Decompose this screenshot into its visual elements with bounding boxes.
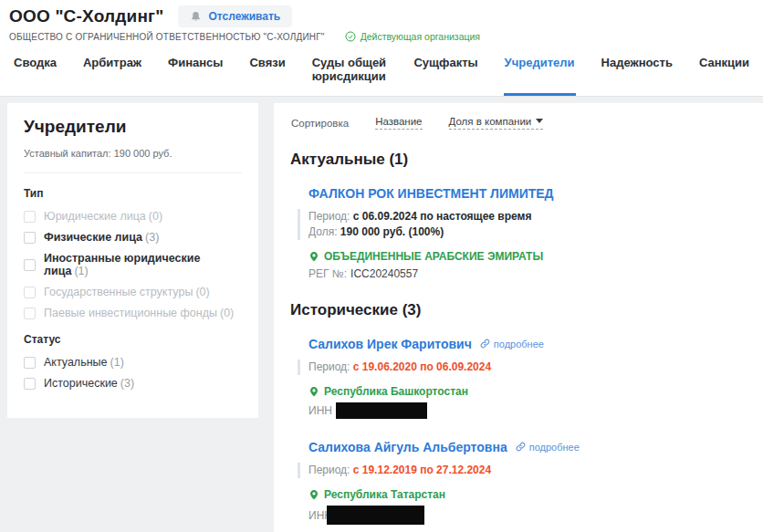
location-pin-icon <box>308 386 319 397</box>
filter-legal-entities[interactable]: Юридические лица(0) <box>24 210 242 223</box>
filter-label: Государственные структуры <box>44 286 193 298</box>
company-page: ООО "С-Холдинг" Отслеживать ОБЩЕСТВО С О… <box>0 0 763 532</box>
period-value: с 06.09.2024 по настоящее время <box>353 210 532 223</box>
founders-panel: Сортировка Название Доля в компании Акту… <box>274 103 763 532</box>
location-name: ОБЪЕДИНЕННЫЕ АРАБСКИЕ ЭМИРАТЫ <box>324 250 543 263</box>
chevron-down-icon <box>536 119 543 123</box>
period-value: с 19.06.2020 по 06.09.2024 <box>353 360 491 373</box>
filter-count: (0) <box>149 210 162 223</box>
founder-entry-historical-1: Салихов Ирек Фаритович подробнее Период:… <box>308 337 747 419</box>
filter-label: Паевые инвестиционные фонды <box>44 307 217 319</box>
share-label: Доля: <box>308 225 338 238</box>
org-status-label: Действующая организация <box>361 31 480 42</box>
founder-entry-actual: ФАЛКОН РОК ИНВЕСТМЕНТ ЛИМИТЕД Период: с … <box>308 186 747 280</box>
tab-svodka[interactable]: Сводка <box>13 54 57 96</box>
filter-label: Физические лица <box>44 231 142 244</box>
period-label: Период: <box>308 464 350 476</box>
checkbox[interactable] <box>24 211 36 223</box>
filter-actual[interactable]: Актуальные(1) <box>24 356 242 369</box>
more-link-label: подробнее <box>529 442 580 453</box>
checkbox[interactable] <box>24 232 36 244</box>
charter-capital: Уставный капитал: 190 000 руб. <box>24 148 242 173</box>
tab-sudy[interactable]: Суды общей юрисдикции <box>311 54 389 96</box>
tab-bar: Сводка Арбитраж Финансы Связи Суды общей… <box>9 54 750 96</box>
sidebar-title: Учредители <box>24 117 242 137</box>
historical-section-title: Исторические (3) <box>290 301 747 319</box>
more-link-label: подробнее <box>494 339 544 349</box>
filter-count: (1) <box>74 265 88 277</box>
period-label: Период: <box>308 360 350 373</box>
inn-line: ИНН <box>308 402 747 419</box>
tab-sushchfakty[interactable]: Сущфакты <box>413 54 478 96</box>
more-link[interactable]: подробнее <box>480 339 544 349</box>
location-line: Республика Башкортостан <box>308 385 747 398</box>
link-icon <box>516 442 526 452</box>
location-pin-icon <box>308 489 319 500</box>
founder-link[interactable]: Салихов Ирек Фаритович <box>308 337 472 351</box>
filter-count: (0) <box>195 286 209 298</box>
reg-label: РЕГ №: <box>308 267 347 280</box>
tab-svyazi[interactable]: Связи <box>248 54 286 96</box>
sort-row: Сортировка Название Доля в компании <box>290 116 747 130</box>
company-full-name: ОБЩЕСТВО С ОГРАНИЧЕННОЙ ОТВЕТСТВЕННОСТЬЮ… <box>9 32 325 42</box>
check-circle-icon <box>345 31 356 42</box>
founder-entry-historical-2: Салихова Айгуль Альбертовна подробнее Пе… <box>308 440 747 525</box>
bell-icon <box>190 11 202 23</box>
filter-count: (1) <box>110 356 124 369</box>
type-filter-title: Тип <box>24 187 242 200</box>
period-label: Период: <box>308 210 350 223</box>
period-value: с 19.12.2019 по 27.12.2024 <box>353 464 491 476</box>
tab-nadezhnost[interactable]: Надежность <box>601 54 674 96</box>
track-button-label: Отслеживать <box>208 10 280 23</box>
checkbox[interactable] <box>24 287 36 298</box>
filter-investment-funds[interactable]: Паевые инвестиционные фонды(0) <box>24 307 242 319</box>
filter-label: Актуальные <box>44 356 108 369</box>
redacted-inn <box>327 506 424 525</box>
filter-count: (3) <box>120 377 134 390</box>
filter-count: (3) <box>145 231 159 244</box>
inn-label: ИНН <box>308 404 332 417</box>
checkbox[interactable] <box>24 259 36 271</box>
status-filter-title: Статус <box>24 333 242 346</box>
reg-number-line: РЕГ №: ICC20240557 <box>308 267 747 280</box>
link-icon <box>480 339 490 349</box>
tab-sankcii[interactable]: Санкции <box>698 54 750 96</box>
inn-line: ИНН <box>308 506 747 525</box>
period-block: Период: с 06.09.2024 по настоящее время … <box>298 209 747 240</box>
page-title: ООО "С-Холдинг" <box>9 6 163 26</box>
filter-count: (0) <box>220 307 234 319</box>
location-line: ОБЪЕДИНЕННЫЕ АРАБСКИЕ ЭМИРАТЫ <box>308 250 747 263</box>
checkbox[interactable] <box>24 357 36 369</box>
share-value: 190 000 руб. (100%) <box>340 225 444 238</box>
actual-section-title: Актуальные (1) <box>290 151 747 169</box>
sort-by-share[interactable]: Доля в компании <box>449 116 544 130</box>
tab-finansy[interactable]: Финансы <box>167 54 224 96</box>
filter-label: Иностранные юридические лица <box>44 252 200 277</box>
sort-by-share-label: Доля в компании <box>449 116 532 127</box>
filter-label: Юридические лица <box>44 210 146 223</box>
checkbox[interactable] <box>24 378 36 390</box>
redacted-inn <box>336 402 427 419</box>
location-name: Республика Татарстан <box>324 488 445 501</box>
filter-individuals[interactable]: Физические лица(3) <box>24 231 242 244</box>
period-block: Период: с 19.06.2020 по 06.09.2024 <box>298 360 747 375</box>
track-button[interactable]: Отслеживать <box>178 5 292 27</box>
tab-uchrediteli[interactable]: Учредители <box>504 54 576 96</box>
founder-link[interactable]: ФАЛКОН РОК ИНВЕСТМЕНТ ЛИМИТЕД <box>308 186 554 201</box>
filter-historical[interactable]: Исторические(3) <box>24 377 242 390</box>
filter-foreign-legal-entities[interactable]: Иностранные юридические лица(1) <box>24 252 242 277</box>
more-link[interactable]: подробнее <box>516 442 580 453</box>
period-block: Период: с 19.12.2019 по 27.12.2024 <box>298 463 747 478</box>
location-pin-icon <box>308 251 319 262</box>
reg-value: ICC20240557 <box>350 267 418 280</box>
filters-sidebar: Учредители Уставный капитал: 190 000 руб… <box>7 103 258 418</box>
filter-label: Исторические <box>44 377 118 390</box>
header: ООО "С-Холдинг" Отслеживать ОБЩЕСТВО С О… <box>0 0 763 97</box>
sort-by-name[interactable]: Название <box>375 116 422 130</box>
filter-state-structures[interactable]: Государственные структуры(0) <box>24 286 242 298</box>
tab-arbitrazh[interactable]: Арбитраж <box>82 54 142 96</box>
content-area: Учредители Уставный капитал: 190 000 руб… <box>0 97 763 532</box>
location-name: Республика Башкортостан <box>324 385 468 398</box>
founder-link[interactable]: Салихова Айгуль Альбертовна <box>308 440 507 454</box>
checkbox[interactable] <box>24 308 36 319</box>
